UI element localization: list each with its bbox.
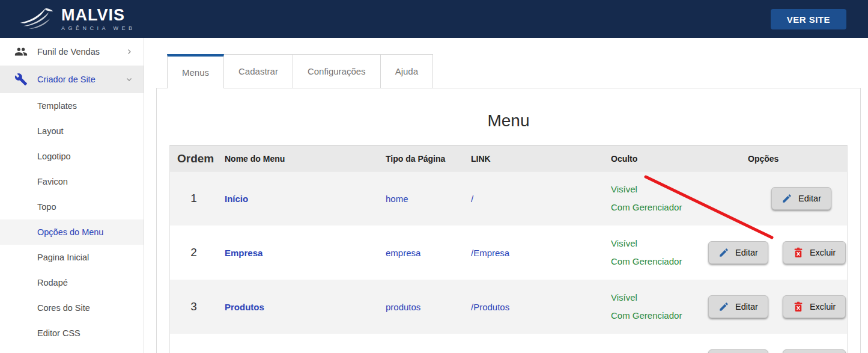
app-header: MALVIS AGÊNCIA WEB VER SITE (0, 0, 868, 38)
column-header-opcoes: Opções (701, 154, 847, 164)
editar-label: Editar (735, 302, 758, 312)
table-header-row: Ordem Nome do Menu Tipo da Página LINK O… (170, 146, 847, 171)
cell-opcoes: Editar Excluir (701, 295, 861, 318)
brand-name: MALVIS (61, 7, 136, 23)
cell-ordem: 2 (170, 246, 217, 259)
editar-label: Editar (735, 248, 758, 257)
cell-oculto: Visível Com Gerenciador (604, 289, 701, 325)
cell-opcoes: Editar Excluir (701, 187, 847, 210)
column-header-ordem: Ordem (170, 152, 217, 165)
trash-icon (793, 301, 804, 312)
sidebar-subitem-label: Pagina Inicial (37, 253, 89, 262)
sidebar-subitem-8[interactable]: Cores do Site (0, 295, 144, 321)
sidebar-subitem-label: Opções do Menu (37, 227, 103, 237)
column-header-tipo: Tipo da Página (378, 154, 464, 164)
cell-nome-do-menu: Produtos (217, 302, 378, 312)
chevron-right-icon (126, 48, 133, 55)
tab-0[interactable]: Menus (167, 54, 224, 88)
sidebar-item-criador-de-site[interactable]: Criador de Site (0, 66, 144, 93)
tab-label: Menus (182, 67, 209, 78)
sidebar-subitem-5[interactable]: Opções do Menu (0, 219, 144, 245)
status-visivel: Visível (611, 289, 701, 307)
sidebar-subitem-label: Editor CSS (37, 328, 80, 338)
cell-tipo-da-pagina: empresa (378, 248, 464, 258)
column-header-oculto: Oculto (604, 154, 701, 164)
cell-tipo-da-pagina: home (378, 194, 464, 204)
cell-tipo-da-pagina: produtos (378, 302, 464, 312)
cell-link: / (464, 194, 604, 204)
sidebar: Funil de Vendas Criador de Site Template… (0, 38, 144, 353)
tab-label: Ajuda (395, 66, 418, 76)
content-card: Menu Ordem Nome do Menu Tipo da Página L… (156, 88, 861, 353)
sidebar-subitem-1[interactable]: Layout (0, 118, 144, 144)
table-body: 1 Início home / Visível Com Gerenciador … (170, 171, 847, 353)
wrench-icon (14, 73, 28, 86)
sidebar-subitem-7[interactable]: Rodapé (0, 270, 144, 295)
sidebar-subitem-9[interactable]: Editor CSS (0, 321, 144, 346)
status-visivel: Visível (611, 180, 701, 198)
pencil-icon (718, 247, 729, 258)
cell-nome-do-menu: Empresa (217, 248, 378, 258)
sidebar-subitem-label: Layout (37, 126, 64, 136)
column-header-link: LINK (464, 154, 604, 164)
status-visivel: Visível (611, 235, 701, 253)
sidebar-subitem-label: Favicon (37, 177, 68, 186)
editar-label: Editar (798, 194, 821, 203)
sidebar-item-label: Funil de Vendas (37, 47, 100, 57)
brand-logo: MALVIS AGÊNCIA WEB (18, 5, 136, 34)
tab-3[interactable]: Ajuda (381, 54, 433, 88)
ver-site-button[interactable]: VER SITE (771, 9, 846, 29)
wing-icon (18, 5, 55, 34)
pencil-icon (718, 301, 729, 312)
cell-oculto: Visível Com Gerenciador (604, 235, 701, 271)
table-row: 3 Produtos produtos /Produtos Visível Co… (170, 280, 847, 334)
menu-table: Ordem Nome do Menu Tipo da Página LINK O… (169, 145, 848, 353)
main-content: Menus Cadastrar Configurações Ajuda Menu… (144, 38, 868, 353)
cell-nome-do-menu: Início (217, 194, 378, 204)
status-gerenciador: Com Gerenciador (611, 198, 701, 216)
people-icon (14, 45, 28, 58)
editar-button[interactable]: Editar (771, 187, 831, 210)
table-row: 2 Empresa empresa /Empresa Visível Com G… (170, 226, 847, 280)
status-gerenciador: Com Gerenciador (611, 307, 701, 325)
sidebar-subitem-4[interactable]: Topo (0, 194, 144, 219)
tab-1[interactable]: Cadastrar (224, 54, 293, 88)
cell-ordem: 3 (170, 300, 217, 313)
excluir-button[interactable]: Excluir (783, 241, 846, 264)
excluir-label: Excluir (810, 302, 836, 312)
tab-label: Configurações (308, 66, 366, 76)
status-gerenciador: Com Gerenciador (611, 253, 701, 271)
sidebar-subitem-label: Logotipo (37, 152, 71, 161)
brand-tagline: AGÊNCIA WEB (61, 26, 136, 31)
page-title: Menu (157, 111, 860, 130)
tab-2[interactable]: Configurações (293, 54, 381, 88)
pencil-icon (782, 193, 792, 204)
table-row: 1 Início home / Visível Com Gerenciador … (170, 171, 847, 226)
cell-ordem: 1 (170, 192, 217, 205)
editar-button[interactable]: Editar (708, 241, 768, 264)
sidebar-subitem-label: Templates (37, 101, 77, 111)
cell-oculto: Visível Com Gerenciador (604, 180, 701, 216)
chevron-down-icon (126, 76, 133, 83)
sidebar-item-label: Criador de Site (37, 75, 96, 84)
sidebar-subitem-label: Topo (37, 202, 56, 212)
editar-button[interactable]: Editar (708, 295, 768, 318)
cell-opcoes: Editar Excluir (701, 349, 861, 353)
sidebar-subitem-2[interactable]: Logotipo (0, 144, 144, 169)
cell-link: /Produtos (464, 302, 604, 312)
tab-label: Cadastrar (238, 66, 278, 76)
excluir-button[interactable]: Excluir (783, 349, 846, 353)
sidebar-subitem-label: Cores do Site (37, 303, 90, 313)
sidebar-item-funil-de-vendas[interactable]: Funil de Vendas (0, 38, 144, 66)
sidebar-subitem-0[interactable]: Templates (0, 93, 144, 118)
cell-link: /Empresa (464, 248, 604, 258)
sidebar-subitem-label: Rodapé (37, 278, 68, 287)
column-header-nome: Nome do Menu (217, 154, 378, 164)
trash-icon (793, 247, 804, 258)
sidebar-submenu: Templates Layout Logotipo Favicon Topo O… (0, 93, 144, 346)
sidebar-subitem-3[interactable]: Favicon (0, 169, 144, 194)
editar-button[interactable]: Editar (708, 349, 768, 353)
table-row: Visível Editar (170, 334, 847, 353)
excluir-button[interactable]: Excluir (783, 295, 846, 318)
sidebar-subitem-6[interactable]: Pagina Inicial (0, 245, 144, 270)
